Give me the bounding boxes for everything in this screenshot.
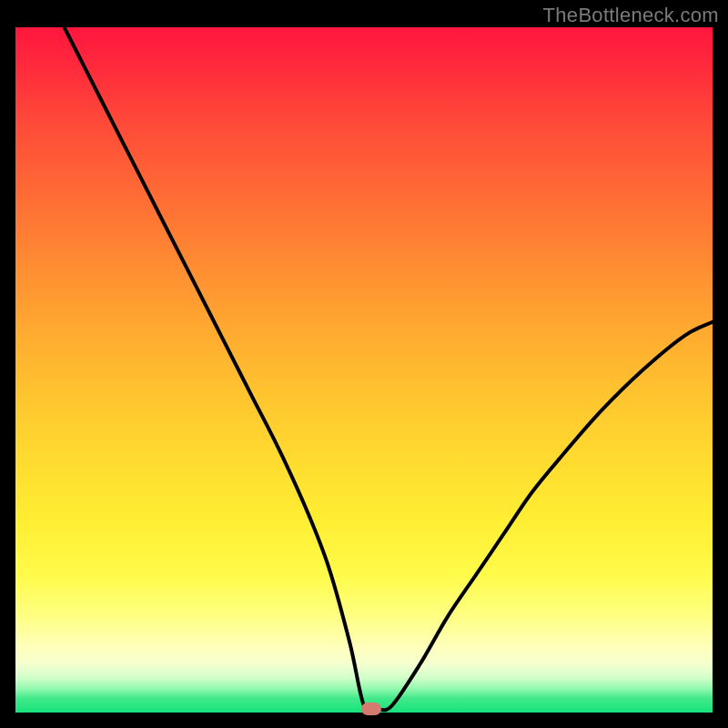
curve-svg [15,27,713,713]
chart-stage: TheBottleneck.com [0,0,728,728]
minimum-marker [361,703,381,715]
plot-area [15,27,713,713]
bottleneck-curve [65,27,713,712]
watermark-text: TheBottleneck.com [543,4,719,27]
